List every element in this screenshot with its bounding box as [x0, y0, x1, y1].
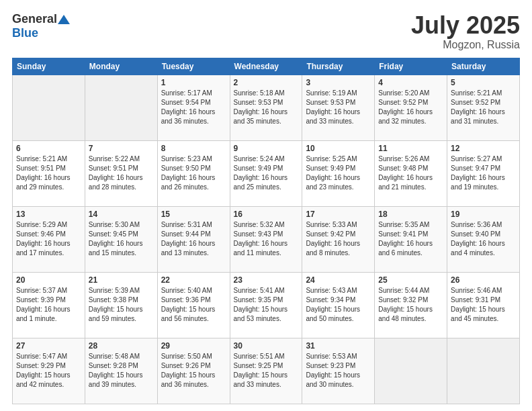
day-cell: 12Sunrise: 5:27 AM Sunset: 9:47 PM Dayli… — [447, 140, 520, 206]
day-number: 25 — [378, 275, 443, 285]
day-number: 13 — [16, 210, 81, 219]
day-cell: 29Sunrise: 5:50 AM Sunset: 9:26 PM Dayli… — [157, 338, 230, 404]
day-cell: 4Sunrise: 5:20 AM Sunset: 9:52 PM Daylig… — [375, 75, 447, 140]
logo-blue: Blue — [12, 26, 38, 40]
day-cell: 16Sunrise: 5:32 AM Sunset: 9:43 PM Dayli… — [230, 206, 302, 272]
day-number: 17 — [306, 210, 371, 219]
logo: General Blue — [12, 12, 70, 40]
day-info: Sunrise: 5:24 AM Sunset: 9:49 PM Dayligh… — [234, 154, 299, 192]
day-cell: 30Sunrise: 5:51 AM Sunset: 9:25 PM Dayli… — [230, 338, 302, 404]
day-number: 15 — [161, 210, 226, 219]
day-info: Sunrise: 5:43 AM Sunset: 9:34 PM Dayligh… — [306, 286, 371, 324]
day-cell: 18Sunrise: 5:35 AM Sunset: 9:41 PM Dayli… — [375, 206, 447, 272]
logo-text: General — [12, 12, 70, 26]
day-cell: 24Sunrise: 5:43 AM Sunset: 9:34 PM Dayli… — [302, 272, 375, 338]
day-info: Sunrise: 5:35 AM Sunset: 9:41 PM Dayligh… — [378, 220, 443, 258]
day-info: Sunrise: 5:30 AM Sunset: 9:45 PM Dayligh… — [89, 220, 154, 258]
day-number: 4 — [378, 78, 443, 87]
day-cell: 9Sunrise: 5:24 AM Sunset: 9:49 PM Daylig… — [230, 140, 302, 206]
day-number: 31 — [306, 341, 371, 351]
day-number: 3 — [306, 78, 371, 87]
title-block: July 2025 Mogzon, Russia — [411, 12, 520, 51]
day-number: 9 — [234, 144, 299, 153]
day-cell: 15Sunrise: 5:31 AM Sunset: 9:44 PM Dayli… — [157, 206, 230, 272]
day-info: Sunrise: 5:27 AM Sunset: 9:47 PM Dayligh… — [451, 154, 516, 192]
day-info: Sunrise: 5:25 AM Sunset: 9:49 PM Dayligh… — [306, 154, 371, 192]
day-info: Sunrise: 5:44 AM Sunset: 9:32 PM Dayligh… — [378, 286, 443, 324]
day-cell: 1Sunrise: 5:17 AM Sunset: 9:54 PM Daylig… — [157, 75, 230, 140]
day-info: Sunrise: 5:26 AM Sunset: 9:48 PM Dayligh… — [378, 154, 443, 192]
day-number: 5 — [451, 78, 516, 87]
day-cell: 3Sunrise: 5:19 AM Sunset: 9:53 PM Daylig… — [302, 75, 375, 140]
day-info: Sunrise: 5:17 AM Sunset: 9:54 PM Dayligh… — [161, 89, 226, 126]
day-info: Sunrise: 5:46 AM Sunset: 9:31 PM Dayligh… — [451, 286, 516, 324]
day-cell: 17Sunrise: 5:33 AM Sunset: 9:42 PM Dayli… — [302, 206, 375, 272]
day-cell: 10Sunrise: 5:25 AM Sunset: 9:49 PM Dayli… — [302, 140, 375, 206]
day-cell: 20Sunrise: 5:37 AM Sunset: 9:39 PM Dayli… — [13, 272, 85, 338]
header-row: SundayMondayTuesdayWednesdayThursdayFrid… — [13, 58, 520, 75]
col-header-tuesday: Tuesday — [157, 58, 230, 75]
day-cell: 2Sunrise: 5:18 AM Sunset: 9:53 PM Daylig… — [230, 75, 302, 140]
day-cell: 8Sunrise: 5:23 AM Sunset: 9:50 PM Daylig… — [157, 140, 230, 206]
day-cell: 6Sunrise: 5:21 AM Sunset: 9:51 PM Daylig… — [13, 140, 85, 206]
col-header-monday: Monday — [85, 58, 157, 75]
day-number: 21 — [89, 275, 154, 285]
day-number: 27 — [16, 341, 81, 351]
week-row-5: 27Sunrise: 5:47 AM Sunset: 9:29 PM Dayli… — [13, 338, 520, 404]
day-cell: 7Sunrise: 5:22 AM Sunset: 9:51 PM Daylig… — [85, 140, 157, 206]
day-info: Sunrise: 5:22 AM Sunset: 9:51 PM Dayligh… — [89, 154, 154, 192]
day-info: Sunrise: 5:47 AM Sunset: 9:29 PM Dayligh… — [16, 352, 81, 390]
day-cell: 5Sunrise: 5:21 AM Sunset: 9:52 PM Daylig… — [447, 75, 520, 140]
day-cell: 23Sunrise: 5:41 AM Sunset: 9:35 PM Dayli… — [230, 272, 302, 338]
day-cell: 27Sunrise: 5:47 AM Sunset: 9:29 PM Dayli… — [13, 338, 85, 404]
day-number: 16 — [234, 210, 299, 219]
week-row-4: 20Sunrise: 5:37 AM Sunset: 9:39 PM Dayli… — [13, 272, 520, 338]
day-number: 19 — [451, 210, 516, 219]
day-number: 29 — [161, 341, 226, 351]
day-number: 8 — [161, 144, 226, 153]
day-cell: 19Sunrise: 5:36 AM Sunset: 9:40 PM Dayli… — [447, 206, 520, 272]
day-info: Sunrise: 5:53 AM Sunset: 9:23 PM Dayligh… — [306, 352, 371, 390]
day-info: Sunrise: 5:39 AM Sunset: 9:38 PM Dayligh… — [89, 286, 154, 324]
day-info: Sunrise: 5:50 AM Sunset: 9:26 PM Dayligh… — [161, 352, 226, 390]
svg-marker-0 — [58, 15, 70, 24]
logo-general: General — [12, 12, 57, 26]
month-year: July 2025 — [411, 12, 520, 39]
day-info: Sunrise: 5:51 AM Sunset: 9:25 PM Dayligh… — [234, 352, 299, 390]
day-info: Sunrise: 5:40 AM Sunset: 9:36 PM Dayligh… — [161, 286, 226, 324]
week-row-3: 13Sunrise: 5:29 AM Sunset: 9:46 PM Dayli… — [13, 206, 520, 272]
day-info: Sunrise: 5:32 AM Sunset: 9:43 PM Dayligh… — [234, 220, 299, 258]
day-cell: 14Sunrise: 5:30 AM Sunset: 9:45 PM Dayli… — [85, 206, 157, 272]
day-number: 24 — [306, 275, 371, 285]
day-number: 20 — [16, 275, 81, 285]
day-number: 12 — [451, 144, 516, 153]
day-number: 14 — [89, 210, 154, 219]
day-cell: 26Sunrise: 5:46 AM Sunset: 9:31 PM Dayli… — [447, 272, 520, 338]
day-number: 26 — [451, 275, 516, 285]
day-number: 2 — [234, 78, 299, 87]
day-info: Sunrise: 5:48 AM Sunset: 9:28 PM Dayligh… — [89, 352, 154, 390]
day-info: Sunrise: 5:21 AM Sunset: 9:51 PM Dayligh… — [16, 154, 81, 192]
day-number: 22 — [161, 275, 226, 285]
day-info: Sunrise: 5:31 AM Sunset: 9:44 PM Dayligh… — [161, 220, 226, 258]
day-cell — [13, 75, 85, 140]
day-number: 11 — [378, 144, 443, 153]
day-cell: 13Sunrise: 5:29 AM Sunset: 9:46 PM Dayli… — [13, 206, 85, 272]
day-info: Sunrise: 5:36 AM Sunset: 9:40 PM Dayligh… — [451, 220, 516, 258]
day-info: Sunrise: 5:19 AM Sunset: 9:53 PM Dayligh… — [306, 89, 371, 126]
day-info: Sunrise: 5:29 AM Sunset: 9:46 PM Dayligh… — [16, 220, 81, 258]
calendar-table: SundayMondayTuesdayWednesdayThursdayFrid… — [12, 58, 520, 404]
day-info: Sunrise: 5:37 AM Sunset: 9:39 PM Dayligh… — [16, 286, 81, 324]
col-header-wednesday: Wednesday — [230, 58, 302, 75]
col-header-friday: Friday — [375, 58, 447, 75]
day-info: Sunrise: 5:33 AM Sunset: 9:42 PM Dayligh… — [306, 220, 371, 258]
day-cell — [375, 338, 447, 404]
week-row-2: 6Sunrise: 5:21 AM Sunset: 9:51 PM Daylig… — [13, 140, 520, 206]
day-info: Sunrise: 5:18 AM Sunset: 9:53 PM Dayligh… — [234, 89, 299, 126]
day-info: Sunrise: 5:21 AM Sunset: 9:52 PM Dayligh… — [451, 89, 516, 126]
location: Mogzon, Russia — [411, 39, 520, 51]
logo-icon — [58, 15, 70, 24]
day-number: 23 — [234, 275, 299, 285]
week-row-1: 1Sunrise: 5:17 AM Sunset: 9:54 PM Daylig… — [13, 75, 520, 140]
logo-blue-line: Blue — [12, 26, 38, 40]
